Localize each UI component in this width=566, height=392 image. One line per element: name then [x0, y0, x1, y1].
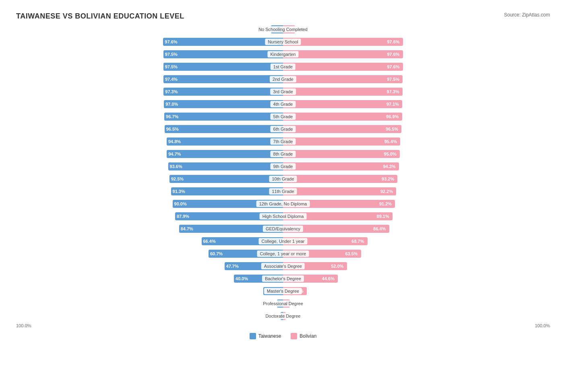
x-axis: 100.0% 100.0% — [16, 323, 550, 328]
center-label: 6th Grade — [271, 126, 296, 132]
right-section: 86.4% — [283, 223, 550, 234]
right-value: 44.6% — [322, 276, 336, 281]
left-bar: 97.0% — [164, 100, 283, 108]
right-bar: 97.1% — [283, 100, 402, 108]
left-bar: 91.3% — [171, 187, 283, 195]
bar-row: 97.5% Kindergarten 97.6% — [16, 49, 550, 60]
center-label: 3rd Grade — [270, 88, 296, 95]
right-bar: 97.6% — [283, 50, 403, 58]
left-section: 84.7% — [16, 223, 283, 234]
bar-row: 87.9% High School Diploma 89.1% — [16, 211, 550, 222]
right-bar: 97.3% — [283, 88, 403, 96]
left-bar: 97.5% — [163, 50, 283, 58]
left-section: 66.4% — [16, 236, 283, 247]
right-value: 95.0% — [384, 152, 398, 156]
right-value: 89.1% — [377, 214, 391, 219]
left-value: 90.0% — [173, 201, 187, 206]
left-value: 97.5% — [163, 64, 178, 69]
center-label: Professional Degree — [260, 300, 306, 307]
right-value: 97.6% — [387, 52, 401, 57]
center-label: No Schooling Completed — [255, 26, 311, 33]
center-label: Nursery School — [265, 39, 301, 45]
right-section: 96.5% — [283, 123, 550, 135]
left-bar: 97.5% — [163, 63, 283, 71]
left-value: 60.7% — [209, 251, 223, 256]
right-section: 68.7% — [283, 236, 550, 247]
left-bar: 94.8% — [167, 138, 283, 146]
bar-row: 60.7% College, 1 year or more 63.5% — [16, 248, 550, 259]
right-section: 52.0% — [283, 261, 550, 272]
bar-row: 92.5% 10th Grade 93.2% — [16, 173, 550, 185]
right-value: 86.4% — [373, 226, 387, 231]
center-label: 10th Grade — [269, 176, 297, 182]
right-section: 97.6% — [283, 61, 550, 72]
left-value: 93.6% — [168, 164, 182, 169]
center-label: 5th Grade — [271, 113, 296, 120]
right-section: 19.3% — [283, 285, 550, 297]
left-value: 97.6% — [163, 39, 177, 44]
left-value: 91.3% — [171, 189, 185, 194]
left-value: 94.8% — [167, 139, 181, 144]
left-section: 97.3% — [16, 86, 283, 97]
bar-row: 66.4% College, Under 1 year 68.7% — [16, 236, 550, 247]
right-section: 97.5% — [283, 74, 550, 85]
right-value: 94.3% — [383, 164, 397, 169]
right-value: 97.1% — [386, 102, 401, 107]
bar-row: 84.7% GED/Equivalency 86.4% — [16, 223, 550, 234]
left-value: 84.7% — [179, 226, 193, 231]
right-section: 44.6% — [283, 273, 550, 284]
right-section: 97.3% — [283, 86, 550, 97]
left-section: 97.5% — [16, 61, 283, 72]
right-section: 93.2% — [283, 173, 550, 185]
left-section: 96.5% — [16, 123, 283, 135]
center-label: 2nd Grade — [270, 76, 296, 82]
left-section: 2.5% — [16, 24, 283, 35]
left-bar: 96.7% — [164, 113, 283, 121]
chart-area: 2.5% No Schooling Completed 2.4% 97.6% N… — [16, 24, 550, 322]
bar-row: 40.0% Bachelor's Degree 44.6% — [16, 273, 550, 284]
x-left-label: 100.0% — [16, 323, 31, 328]
right-bar: 94.3% — [283, 162, 399, 170]
left-section: 97.0% — [16, 99, 283, 110]
center-label: 12th Grade, No Diploma — [256, 201, 310, 207]
center-label: 11th Grade — [269, 188, 297, 195]
center-label: Kindergarten — [268, 51, 299, 57]
right-bar: 97.6% — [283, 63, 403, 71]
right-value: 91.2% — [379, 201, 393, 206]
right-bar: 92.2% — [283, 187, 396, 195]
right-section: 2.4% — [283, 24, 550, 35]
legend-taiwanese: Taiwanese — [250, 333, 281, 339]
left-section: 94.8% — [16, 136, 283, 147]
right-value: 97.3% — [387, 89, 401, 94]
x-right-label: 100.0% — [535, 323, 550, 328]
bar-row: 5.0% Professional Degree 5.6% — [16, 298, 550, 309]
bar-row: 94.7% 8th Grade 95.0% — [16, 148, 550, 160]
center-label: Associate's Degree — [261, 263, 305, 269]
right-value: 97.5% — [387, 77, 401, 82]
bar-row: 97.0% 4th Grade 97.1% — [16, 99, 550, 110]
right-bar: 96.5% — [283, 125, 401, 133]
left-section: 2.1% — [16, 310, 283, 322]
left-section: 91.3% — [16, 186, 283, 197]
right-value: 96.5% — [386, 127, 400, 131]
right-section: 63.5% — [283, 248, 550, 259]
left-value: 87.9% — [175, 214, 189, 219]
right-section: 97.6% — [283, 49, 550, 60]
left-value: 96.7% — [164, 114, 178, 119]
right-value: 93.2% — [382, 177, 396, 181]
left-value: 92.5% — [169, 177, 184, 181]
left-value: 97.4% — [163, 77, 178, 82]
left-section: 97.5% — [16, 49, 283, 60]
source-label: Source: ZipAtlas.com — [504, 12, 550, 18]
center-label: College, 1 year or more — [257, 250, 309, 257]
right-section: 5.6% — [283, 298, 550, 309]
center-label: 9th Grade — [271, 163, 296, 170]
right-section: 92.2% — [283, 186, 550, 197]
left-value: 97.0% — [164, 102, 178, 107]
right-bar: 96.9% — [283, 113, 402, 121]
bolivian-label: Bolivian — [300, 333, 316, 339]
right-value: 97.6% — [387, 39, 401, 44]
left-section: 94.7% — [16, 148, 283, 160]
center-label: Bachelor's Degree — [262, 275, 304, 282]
bar-row: 47.7% Associate's Degree 52.0% — [16, 261, 550, 272]
